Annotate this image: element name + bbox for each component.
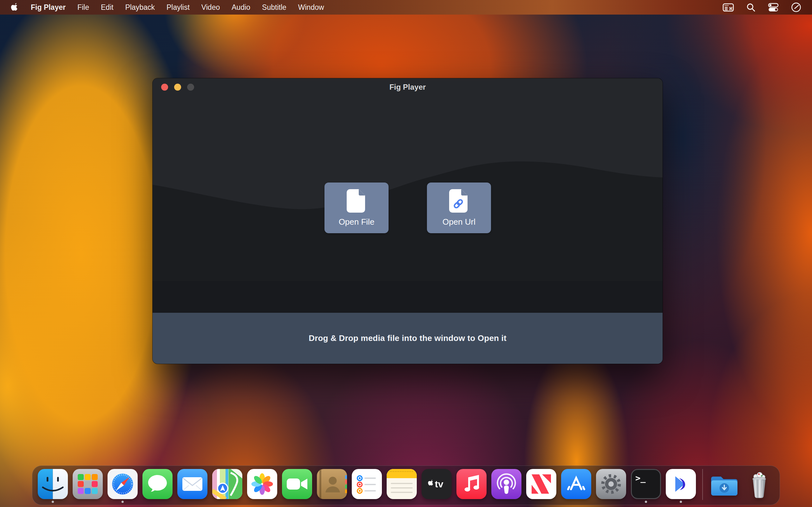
dock-item-messages[interactable] [142, 469, 172, 499]
fig-player-window: Fig Player Open File Open Url Drog & Dro… [153, 78, 663, 364]
mail-icon [177, 469, 207, 499]
dock-item-mail[interactable] [177, 469, 207, 499]
clock-icon [791, 2, 801, 12]
dock-item-notes[interactable] [387, 469, 417, 499]
messages-icon [142, 469, 172, 499]
notes-icon [387, 469, 417, 499]
tv-icon: tv [421, 469, 452, 499]
terminal-icon: >_ [631, 469, 661, 499]
finder-icon [38, 469, 68, 499]
keyboard-input-menu[interactable]: ⌘ [722, 3, 734, 12]
dock-item-trash[interactable] [744, 469, 774, 499]
trash-icon [744, 469, 774, 499]
dock-item-facetime[interactable] [282, 469, 312, 499]
desktop: Fig Player File Edit Playback Playlist V… [0, 0, 812, 507]
open-url-label: Open Url [443, 217, 475, 227]
svg-text:⌘: ⌘ [729, 6, 733, 11]
spotlight-search[interactable] [746, 3, 756, 12]
control-center-icon [768, 3, 779, 12]
open-file-button[interactable]: Open File [324, 182, 389, 233]
reminders-icon [352, 469, 382, 499]
downloads-folder-icon [709, 469, 740, 499]
menu-playback[interactable]: Playback [125, 0, 155, 14]
apple-icon [11, 3, 19, 12]
dock-separator [702, 469, 703, 500]
running-indicator [645, 501, 647, 503]
contacts-icon [317, 469, 347, 499]
menu-window[interactable]: Window [298, 0, 324, 14]
dock-item-safari[interactable] [107, 469, 138, 503]
menu-bar: Fig Player File Edit Playback Playlist V… [0, 0, 812, 14]
facetime-icon [282, 469, 312, 499]
menu-video[interactable]: Video [201, 0, 220, 14]
drop-hint-text: Drog & Drop media file into the window t… [309, 333, 507, 343]
menu-audio[interactable]: Audio [232, 0, 250, 14]
podcasts-icon [491, 469, 521, 499]
menu-edit[interactable]: Edit [101, 0, 113, 14]
dock-item-maps[interactable] [212, 469, 242, 499]
safari-icon [107, 469, 138, 499]
clock-menu[interactable] [791, 2, 801, 12]
menu-subtitle[interactable]: Subtitle [262, 0, 287, 14]
dock-item-fig-player[interactable] [666, 469, 696, 503]
dock-item-reminders[interactable] [352, 469, 382, 499]
tv-glyph: tv [435, 479, 444, 489]
dock-item-tv[interactable]: tv [421, 469, 452, 499]
window-title: Fig Player [153, 83, 663, 92]
dock-item-contacts[interactable] [317, 469, 347, 499]
menu-playlist[interactable]: Playlist [166, 0, 190, 14]
zoom-button[interactable] [187, 83, 194, 91]
dock-item-podcasts[interactable] [491, 469, 521, 499]
terminal-glyph: >_ [635, 473, 646, 483]
dock-item-settings[interactable] [596, 469, 626, 499]
keyboard-input-icon: ⌘ [722, 3, 734, 12]
running-indicator [121, 501, 124, 503]
menu-bar-status-area: ⌘ [722, 2, 801, 12]
drop-zone-bar[interactable]: Drog & Drop media file into the window t… [153, 313, 663, 364]
dock-item-finder[interactable] [38, 469, 68, 503]
running-indicator [680, 501, 682, 503]
dock-item-terminal[interactable]: >_ [631, 469, 661, 503]
control-center-menu[interactable] [768, 3, 779, 12]
dock: tv [32, 465, 780, 505]
minimize-button[interactable] [174, 83, 181, 91]
search-icon [746, 3, 756, 12]
apple-menu[interactable] [11, 3, 19, 12]
document-icon [347, 189, 366, 213]
music-icon [456, 469, 487, 499]
menu-app-name[interactable]: Fig Player [31, 0, 66, 14]
dock-item-music[interactable] [456, 469, 487, 499]
traffic-lights [161, 83, 194, 91]
system-settings-icon [596, 469, 626, 499]
launchpad-icon [72, 469, 103, 499]
open-url-button[interactable]: Open Url [427, 182, 491, 233]
dock-item-news[interactable] [526, 469, 556, 499]
news-icon [526, 469, 556, 499]
running-indicator [52, 501, 54, 503]
dock-item-appstore[interactable] [561, 469, 591, 499]
dock-item-launchpad[interactable] [72, 469, 103, 499]
dock-item-downloads[interactable] [709, 469, 740, 499]
dock-item-photos[interactable] [247, 469, 277, 499]
photos-icon [247, 469, 277, 499]
fig-player-icon [666, 469, 696, 499]
maps-icon [212, 469, 242, 499]
app-store-icon [561, 469, 591, 499]
window-titlebar[interactable]: Fig Player [153, 78, 663, 96]
document-link-icon [449, 189, 469, 213]
close-button[interactable] [161, 83, 168, 91]
open-file-label: Open File [339, 217, 374, 227]
menu-file[interactable]: File [78, 0, 89, 14]
